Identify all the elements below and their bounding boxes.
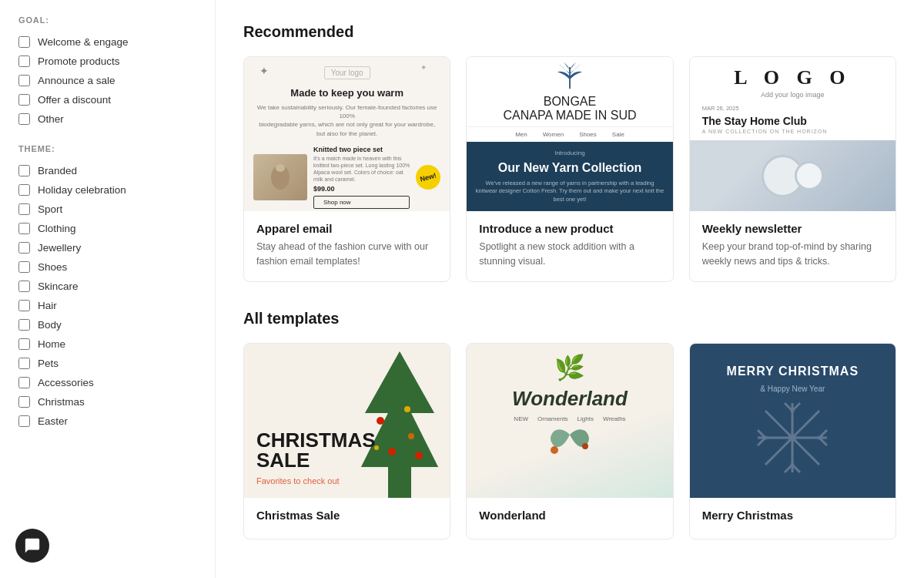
template-card-christmas-sale[interactable]: CHRISTMASSALE Favorites to check out Chr… [243, 343, 450, 539]
bongae-nav-shoes: Shoes [579, 131, 597, 138]
weekly-logo: L O G O [702, 66, 883, 89]
filter-easter[interactable]: Easter [18, 412, 196, 431]
chat-button[interactable] [15, 529, 49, 563]
apparel-shop-btn[interactable]: Shop now [313, 196, 410, 209]
filter-skincare[interactable]: Skincare [18, 277, 196, 296]
christmas-sale-card-name: Christmas Sale [256, 509, 437, 522]
filter-other[interactable]: Other [18, 109, 196, 129]
apparel-headline: Made to keep you warm [290, 87, 403, 99]
apparel-product-body: It's a match made in heaven with this kn… [313, 155, 410, 183]
apparel-card-info: Apparel email Stay ahead of the fashion … [244, 211, 450, 281]
filter-body-label[interactable]: Body [38, 319, 62, 331]
checkbox-sport[interactable] [18, 203, 30, 215]
checkbox-clothing[interactable] [18, 223, 30, 234]
theme-filter-section: THEME: Branded Holiday celebration Sport… [18, 144, 196, 431]
checkbox-accessories[interactable] [18, 377, 30, 388]
template-thumbnail-christmas: CHRISTMASSALE Favorites to check out [244, 344, 450, 498]
filter-jewellery[interactable]: Jewellery [18, 238, 196, 257]
bongae-banner: Introducing Our New Yarn Collection We'v… [467, 142, 672, 212]
bongae-header: BONGAE CANAPA MADE IN SUD [467, 57, 672, 126]
plates-visual [762, 155, 824, 197]
filter-holiday-label[interactable]: Holiday celebration [38, 184, 126, 196]
filter-accessories[interactable]: Accessories [18, 373, 196, 392]
checkbox-body[interactable] [18, 319, 30, 331]
filter-pets-label[interactable]: Pets [38, 358, 59, 369]
filter-sport-label[interactable]: Sport [38, 203, 62, 215]
filter-skincare-label[interactable]: Skincare [38, 281, 79, 292]
weekly-card-name: Weekly newsletter [702, 222, 883, 235]
theme-label: THEME: [18, 144, 196, 153]
filter-christmas-label[interactable]: Christmas [38, 396, 85, 408]
christmas-sale-text: CHRISTMASSALE Favorites to check out [244, 418, 388, 498]
template-thumbnail-merry: MERRY CHRISTMAS & Happy New Year [690, 344, 896, 498]
filter-welcome[interactable]: Welcome & engage [18, 32, 196, 52]
checkbox-announce[interactable] [18, 75, 30, 86]
checkbox-pets[interactable] [18, 358, 30, 369]
filter-holiday[interactable]: Holiday celebration [18, 180, 196, 200]
filter-promote[interactable]: Promote products [18, 52, 196, 71]
template-thumbnail-bongae: BONGAE CANAPA MADE IN SUD Men Women Shoe… [467, 57, 672, 211]
filter-welcome-label[interactable]: Welcome & engage [38, 36, 129, 48]
filter-hair[interactable]: Hair [18, 296, 196, 315]
wonderland-nav-new: NEW [514, 415, 528, 422]
filter-easter-label[interactable]: Easter [38, 415, 68, 427]
template-card-wonderland[interactable]: 🌿 Wonderland NEW Ornaments Lights Wreath… [466, 343, 673, 539]
filter-clothing[interactable]: Clothing [18, 219, 196, 238]
apparel-new-badge: New! [413, 162, 444, 192]
filter-home-label[interactable]: Home [38, 338, 65, 350]
filter-discount[interactable]: Offer a discount [18, 90, 196, 109]
template-card-apparel[interactable]: ✦ ✦ Your logo Made to keep you warm We t… [243, 56, 450, 282]
sidebar: GOAL: Welcome & engage Promote products … [0, 0, 216, 578]
filter-promote-label[interactable]: Promote products [38, 55, 120, 67]
weekly-card-info: Weekly newsletter Keep your brand top-of… [690, 211, 896, 281]
bongae-brand-name: BONGAE [544, 95, 596, 109]
filter-branded[interactable]: Branded [18, 161, 196, 180]
checkbox-promote[interactable] [18, 55, 30, 67]
new-product-card-name: Introduce a new product [479, 222, 660, 235]
checkbox-shoes[interactable] [18, 261, 30, 273]
christmas-sale-label: CHRISTMASSALE [256, 430, 376, 470]
all-templates-section-title: All templates [243, 310, 896, 328]
weekly-collection: A NEW COLLECTION ON THE HORIZON [702, 129, 883, 134]
filter-announce[interactable]: Announce a sale [18, 71, 196, 90]
filter-clothing-label[interactable]: Clothing [38, 223, 76, 234]
checkbox-holiday[interactable] [18, 184, 30, 196]
template-card-new-product[interactable]: BONGAE CANAPA MADE IN SUD Men Women Shoe… [466, 56, 673, 282]
filter-shoes-label[interactable]: Shoes [38, 261, 67, 273]
checkbox-other[interactable] [18, 113, 30, 125]
filter-home[interactable]: Home [18, 334, 196, 354]
checkbox-hair[interactable] [18, 300, 30, 311]
apparel-price: $99.00 [313, 185, 410, 193]
filter-branded-label[interactable]: Branded [38, 165, 77, 176]
filter-christmas[interactable]: Christmas [18, 392, 196, 412]
merry-christmas-card-name: Merry Christmas [702, 509, 883, 522]
checkbox-jewellery[interactable] [18, 242, 30, 254]
checkbox-christmas[interactable] [18, 396, 30, 408]
template-thumbnail-apparel: ✦ ✦ Your logo Made to keep you warm We t… [244, 57, 450, 211]
template-card-weekly[interactable]: L O G O Add your logo image MAR 26, 2025… [689, 56, 896, 282]
checkbox-home[interactable] [18, 338, 30, 350]
checkbox-welcome[interactable] [18, 36, 30, 48]
filter-discount-label[interactable]: Offer a discount [38, 94, 111, 106]
filter-jewellery-label[interactable]: Jewellery [38, 242, 81, 254]
template-card-merry-christmas[interactable]: MERRY CHRISTMAS & Happy New Year [689, 343, 896, 539]
weekly-top-section: L O G O Add your logo image MAR 26, 2025… [690, 57, 896, 140]
svg-point-27 [790, 462, 795, 467]
wonderland-nav-wreaths: Wreaths [603, 415, 626, 422]
checkbox-branded[interactable] [18, 165, 30, 176]
new-product-card-desc: Spotlight a new stock addition with a st… [479, 240, 660, 269]
checkbox-discount[interactable] [18, 94, 30, 106]
checkbox-easter[interactable] [18, 415, 30, 427]
filter-announce-label[interactable]: Announce a sale [38, 75, 116, 86]
filter-shoes[interactable]: Shoes [18, 257, 196, 277]
filter-body[interactable]: Body [18, 315, 196, 334]
checkbox-skincare[interactable] [18, 281, 30, 292]
svg-point-26 [790, 408, 795, 413]
bongae-banner-desc: We've released a new range of yarns in p… [474, 180, 665, 204]
filter-accessories-label[interactable]: Accessories [38, 377, 94, 388]
filter-hair-label[interactable]: Hair [38, 300, 57, 311]
filter-pets[interactable]: Pets [18, 354, 196, 373]
filter-sport[interactable]: Sport [18, 200, 196, 219]
filter-other-label[interactable]: Other [38, 113, 64, 125]
bongae-nav-women: Women [543, 131, 564, 138]
